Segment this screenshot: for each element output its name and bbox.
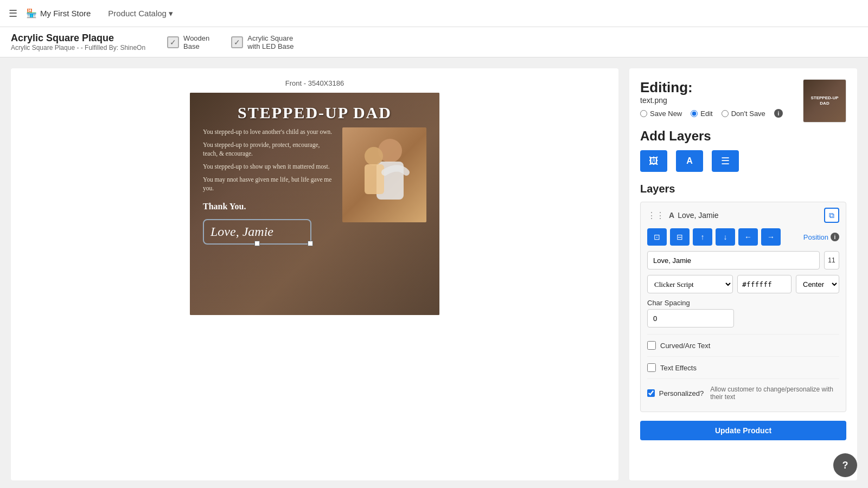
layer-text-input[interactable] xyxy=(647,251,820,269)
text-input-row: 11 xyxy=(647,251,839,269)
canvas-label: Front - 3540X3186 xyxy=(285,79,344,87)
wooden-base-label: WoodenBase xyxy=(183,34,209,50)
product-title: Acrylic Square Plaque xyxy=(11,33,145,44)
product-catalog-nav[interactable]: Product Catalog ▾ xyxy=(108,9,173,18)
editing-header: Editing: text.png Save New Edit Don't Sa… xyxy=(640,79,846,126)
store-icon: 🏪 xyxy=(26,8,37,18)
canvas-area: Front - 3540X3186 STEPPED-UP DAD You ste… xyxy=(11,68,618,480)
resize-handle-bottom-right[interactable] xyxy=(308,241,313,246)
store-name[interactable]: 🏪 My First Store xyxy=(26,8,91,18)
dont-save-option[interactable]: Don't Save xyxy=(722,110,765,118)
dont-save-radio[interactable] xyxy=(722,110,729,117)
led-base-label: Acrylic Squarewith LED Base xyxy=(247,34,293,50)
svg-rect-3 xyxy=(365,164,384,194)
position-label: Position xyxy=(803,233,828,241)
plaque-photo xyxy=(342,127,426,222)
resize-handle-bottom-center[interactable] xyxy=(254,241,260,246)
plaque-para-1: You stepped-up to love another's child a… xyxy=(203,127,334,136)
help-button[interactable]: ? xyxy=(833,453,857,477)
char-spacing-input[interactable] xyxy=(647,309,734,328)
edit-radio[interactable] xyxy=(691,110,698,117)
save-new-radio[interactable] xyxy=(640,110,647,117)
plaque-background: STEPPED-UP DAD You stepped-up to love an… xyxy=(190,93,439,315)
personalized-checkbox[interactable] xyxy=(647,389,655,397)
sub-header: Acrylic Square Plaque Acrylic Square Pla… xyxy=(0,27,868,57)
plaque-signature-box[interactable]: Love, Jamie xyxy=(203,219,311,245)
canvas-wrapper[interactable]: STEPPED-UP DAD You stepped-up to love an… xyxy=(190,93,439,315)
wooden-base-checkbox[interactable]: ✓ xyxy=(167,36,179,48)
store-name-label: My First Store xyxy=(40,9,91,18)
variant-wooden-base[interactable]: ✓ WoodenBase xyxy=(167,34,209,50)
plaque-para-2: You stepped-up to provide, protect, enco… xyxy=(203,140,334,158)
color-input[interactable] xyxy=(737,275,792,293)
main-content: Front - 3540X3186 STEPPED-UP DAD You ste… xyxy=(0,57,868,488)
layer-text-type-icon: A xyxy=(669,211,674,220)
preview-thumb-content: STEPPED-UP DAD xyxy=(803,93,846,109)
right-panel: Editing: text.png Save New Edit Don't Sa… xyxy=(629,68,857,480)
hamburger-icon[interactable]: ☰ xyxy=(9,8,17,20)
product-subtitle: Acrylic Square Plaque - - Fulfilled By: … xyxy=(11,44,145,52)
plaque-para-4: You may nnot hasve given me life, but li… xyxy=(203,175,334,192)
alignment-select[interactable]: Center Left Right xyxy=(796,275,839,293)
divider-1 xyxy=(647,334,839,335)
move-down-button[interactable]: ↓ xyxy=(716,228,735,246)
char-spacing-row: Char Spacing xyxy=(647,299,839,328)
editing-info: Editing: text.png Save New Edit Don't Sa… xyxy=(640,79,783,126)
edit-label: Edit xyxy=(700,110,712,118)
text-effects-row: Text Effects xyxy=(647,363,839,372)
move-right-button[interactable]: → xyxy=(761,228,781,246)
add-layers-title: Add Layers xyxy=(640,129,846,144)
led-base-checkbox[interactable]: ✓ xyxy=(231,36,243,48)
curved-arc-label: Curved/Arc Text xyxy=(660,342,710,350)
editing-title: Editing: xyxy=(640,79,783,96)
font-size-badge: 11 xyxy=(824,251,839,269)
text-layer-icon: A xyxy=(686,156,693,166)
text-effects-checkbox[interactable] xyxy=(647,363,656,372)
divider-2 xyxy=(647,356,839,357)
drag-icon[interactable]: ⋮⋮ xyxy=(647,210,665,221)
update-product-button[interactable]: Update Product xyxy=(640,421,846,440)
product-title-area: Acrylic Square Plaque Acrylic Square Pla… xyxy=(11,33,145,52)
position-info-icon[interactable]: i xyxy=(831,233,839,241)
char-spacing-label: Char Spacing xyxy=(647,299,839,307)
template-layer-icon: ☰ xyxy=(721,155,730,167)
edit-option[interactable]: Edit xyxy=(691,110,712,118)
preview-thumbnail: STEPPED-UP DAD xyxy=(803,79,846,123)
save-new-option[interactable]: Save New xyxy=(640,110,682,118)
plaque-body: You stepped-up to love another's child a… xyxy=(203,127,426,245)
save-info-icon[interactable]: i xyxy=(774,109,783,118)
plaque-title: STEPPED-UP DAD xyxy=(203,104,426,122)
move-left-button[interactable]: ← xyxy=(738,228,758,246)
layer-controls: ⊡ ⊟ ↑ ↓ ← → Position i xyxy=(647,228,839,246)
add-template-layer-button[interactable]: ☰ xyxy=(712,150,739,172)
layer-name: Love, Jamie xyxy=(678,211,718,220)
save-options: Save New Edit Don't Save i xyxy=(640,109,783,118)
plaque-signature: Love, Jamie xyxy=(210,224,304,239)
lock-button[interactable]: ⊡ xyxy=(647,228,667,246)
font-select[interactable]: Clicker Script xyxy=(647,275,733,293)
save-new-label: Save New xyxy=(650,110,682,118)
add-image-layer-button[interactable]: 🖼 xyxy=(640,150,667,172)
top-navigation: ☰ 🏪 My First Store Product Catalog ▾ xyxy=(0,0,868,27)
split-button[interactable]: ⊟ xyxy=(670,228,690,246)
personalized-hint: Allow customer to change/personalize wit… xyxy=(710,386,839,401)
variant-led-base[interactable]: ✓ Acrylic Squarewith LED Base xyxy=(231,34,293,50)
add-text-layer-button[interactable]: A xyxy=(676,150,703,172)
image-layer-icon: 🖼 xyxy=(649,156,659,167)
layers-title: Layers xyxy=(640,183,846,195)
curved-arc-row: Curved/Arc Text xyxy=(647,341,839,350)
curved-arc-checkbox[interactable] xyxy=(647,341,656,350)
catalog-label: Product Catalog xyxy=(108,9,167,18)
photo-placeholder xyxy=(342,127,426,222)
font-color-row: Clicker Script Center Left Right xyxy=(647,275,839,293)
plaque-thankyou: Thank You. xyxy=(203,202,334,211)
layer-copy-button[interactable]: ⧉ xyxy=(824,208,839,223)
position-button[interactable]: Position i xyxy=(803,233,839,241)
plaque-para-3: You stepped-up to show up when it matter… xyxy=(203,162,334,171)
file-name: text.png xyxy=(640,96,783,105)
catalog-arrow-icon: ▾ xyxy=(169,9,173,18)
add-layer-buttons: 🖼 A ☰ xyxy=(640,150,846,172)
divider-3 xyxy=(647,378,839,379)
move-up-button[interactable]: ↑ xyxy=(693,228,712,246)
personalized-label: Personalized? xyxy=(659,389,704,397)
